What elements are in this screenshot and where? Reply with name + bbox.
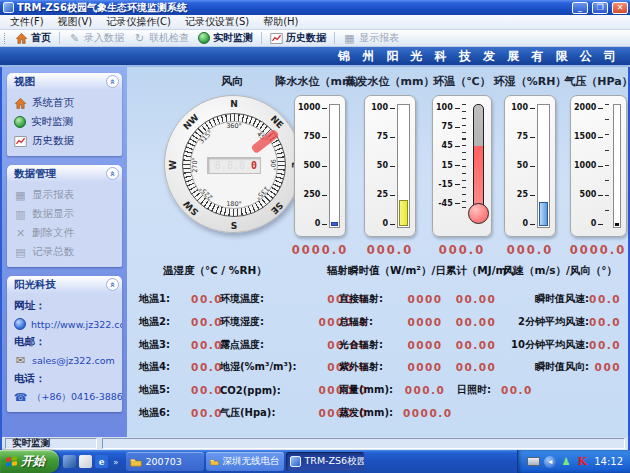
gauge-ticks: 100 75 45 15 -15 -45 xyxy=(436,104,460,208)
history-data-label: 历史数据 xyxy=(286,31,326,45)
avg-10min-wind-speed-value: 00.0 xyxy=(589,339,625,351)
tick-mark xyxy=(390,195,395,196)
item-label: 显示报表 xyxy=(32,188,74,202)
globe-icon xyxy=(14,116,26,128)
avg-2min-wind-speed-value: 00.0 xyxy=(589,316,625,328)
title-bar: TRM-ZS6校园气象生态环境监测系统 _ ❐ ✕ xyxy=(0,0,630,15)
tick-mark xyxy=(530,224,535,225)
collapse-chevron-icon[interactable]: » xyxy=(106,278,119,291)
compass-deg-90: 90° xyxy=(269,159,277,171)
panel-body-view: 系统首页 实时监测 历史数据 xyxy=(7,90,122,156)
reading-row: 瞬时值风速:00.0 xyxy=(501,288,625,311)
printer-icon[interactable] xyxy=(527,457,540,466)
taskbar-button-app[interactable]: TRM-ZS6校园气象... xyxy=(286,452,364,471)
pressure-value: 0000.0 xyxy=(557,243,630,257)
collapse-chevron-icon[interactable]: » xyxy=(106,167,119,180)
panel-title: 阳光科技 xyxy=(14,278,56,292)
instant-wind-direction-value: 000 xyxy=(589,361,625,373)
taskbar: 开始 e » 200703 深圳无线电台 TRM-ZS6校园气象... ◂ ♟ … xyxy=(0,450,630,473)
quick-launch-icon-2[interactable] xyxy=(79,455,92,468)
evap-level-value: 000.0 xyxy=(352,243,428,257)
website-link[interactable]: http://www.jz322.com xyxy=(14,318,118,330)
taskbar-button-folder-2[interactable]: 深圳无线电台 xyxy=(206,452,284,471)
minimize-button[interactable]: _ xyxy=(572,2,588,14)
sidebar-item-show-report[interactable]: ▦ 显示报表 xyxy=(14,188,118,202)
gauge-track xyxy=(397,104,410,228)
sidebar-item-record-count[interactable]: ▤ 记录总数 xyxy=(14,245,118,259)
mail-label: 电邮： xyxy=(14,335,118,349)
app-icon xyxy=(3,2,14,13)
tick-mark xyxy=(455,108,460,109)
reading-row: 雨量(mm):000.0日照时:00.0 xyxy=(339,379,533,402)
tick-mark xyxy=(530,137,535,138)
direct-radiation-inst: 0000 xyxy=(403,293,447,305)
wind-speed-column: 瞬时值风速:00.0 2分钟平均风速:00.0 10分钟平均风速:00.0 瞬时… xyxy=(501,288,625,379)
menu-recorder-settings[interactable]: 记录仪设置(S) xyxy=(178,14,256,30)
wind-direction-title: 风向 xyxy=(182,74,282,89)
sidebar-item-data-display[interactable]: ▥ 数据显示 xyxy=(14,207,118,221)
toolbar-separator xyxy=(334,32,335,44)
compass-deg-270: 270° xyxy=(191,157,199,173)
restore-button[interactable]: ❐ xyxy=(592,2,608,14)
thermometer-tube xyxy=(473,104,484,208)
section-temp-humidity: 温湿度（℃ / %RH） xyxy=(163,264,267,278)
tick-mark xyxy=(390,166,395,167)
compass-s: S xyxy=(231,221,237,231)
panel-header-view: 视图 » xyxy=(7,73,122,90)
antivirus-icon[interactable]: K xyxy=(576,456,588,467)
sidebar-item-delete-file[interactable]: ✕ 删除文件 xyxy=(14,226,118,240)
menu-recorder-operate[interactable]: 记录仪操作(C) xyxy=(99,14,178,30)
tick-mark xyxy=(322,195,327,196)
tick-mark xyxy=(322,224,327,225)
online-check-button[interactable]: ↻ 联机检查 xyxy=(129,30,193,46)
uv-radiation-daily: 00.00 xyxy=(447,361,505,373)
data-display-icon: ▥ xyxy=(14,208,27,221)
sidebar-item-history-data[interactable]: 历史数据 xyxy=(14,134,118,148)
quick-launch-more-icon[interactable]: » xyxy=(113,457,119,467)
quick-launch-icon-1[interactable] xyxy=(63,455,76,468)
internet-explorer-icon[interactable]: e xyxy=(95,455,108,468)
menu-view[interactable]: 视图(V) xyxy=(51,14,100,30)
panel-header-contact: 阳光科技 » xyxy=(7,276,122,293)
gauge-fill xyxy=(539,202,548,226)
web-globe-icon xyxy=(14,318,26,330)
reading-row: 2分钟平均风速:00.0 xyxy=(501,311,625,334)
phone-icon: ☎ xyxy=(14,391,27,404)
records-icon: ▤ xyxy=(14,246,27,259)
gauge-track xyxy=(613,104,621,228)
company-name: 锦 州 阳 光 科 技 发 展 有 限 公 司 xyxy=(338,48,620,65)
input-data-button[interactable]: ✎ 录入数据 xyxy=(64,30,128,46)
collapse-chevron-icon[interactable]: » xyxy=(106,75,119,88)
close-button[interactable]: ✕ xyxy=(612,2,628,14)
input-data-label: 录入数据 xyxy=(84,31,124,45)
network-agent-icon[interactable]: ♟ xyxy=(560,456,572,467)
menu-file[interactable]: 文件(F) xyxy=(3,14,51,30)
soil-temp-2-value: 00.0 xyxy=(177,316,223,328)
show-report-button[interactable]: ▦ 显示报表 xyxy=(339,30,403,46)
language-icon[interactable]: ◂ xyxy=(544,456,556,468)
compass-n: N xyxy=(230,99,238,109)
phone-number: （+86）0416-3886938 xyxy=(32,391,122,404)
menu-help[interactable]: 帮助(H) xyxy=(256,14,305,30)
tick-mark xyxy=(322,137,327,138)
realtime-monitor-button[interactable]: 实时监测 xyxy=(194,30,257,46)
show-report-label: 显示报表 xyxy=(359,31,399,45)
email-link[interactable]: ✉ sales@jz322.com xyxy=(14,354,118,367)
total-radiation-inst: 0000 xyxy=(403,316,447,328)
sidebar-item-system-home[interactable]: 系统首页 xyxy=(14,96,118,110)
gauge-ticks: 2000 1500 1000 500 0 xyxy=(574,104,603,228)
taskbar-button-folder-1[interactable]: 200703 xyxy=(126,452,204,471)
sidebar-panel-contact: 阳光科技 » 网址： http://www.jz322.com 电邮： ✉ sa… xyxy=(7,276,122,412)
uv-radiation-inst: 0000 xyxy=(403,361,447,373)
panel-title: 数据管理 xyxy=(14,167,56,181)
sidebar-item-realtime-monitor[interactable]: 实时监测 xyxy=(14,115,118,129)
input-data-icon: ✎ xyxy=(68,32,81,45)
system-tray: ◂ ♟ K 14:12 xyxy=(517,450,630,473)
pressure-title: 气压（HPa） xyxy=(551,74,630,89)
history-data-button[interactable]: 历史数据 xyxy=(266,30,330,46)
minor-ticks xyxy=(605,104,609,226)
reading-row: 地温6:00.0 xyxy=(139,401,223,424)
compass-deg-180: 180° xyxy=(226,200,242,208)
home-button[interactable]: 首页 xyxy=(11,30,55,46)
start-button[interactable]: 开始 xyxy=(0,450,59,473)
